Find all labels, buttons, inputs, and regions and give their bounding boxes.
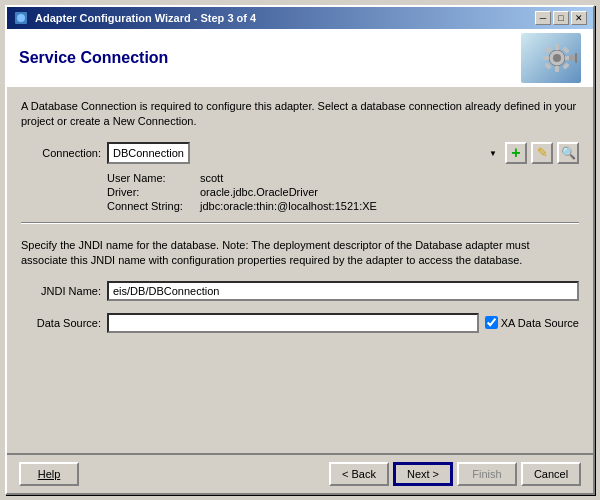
app-icon [13, 10, 29, 26]
driver-row: Driver: oracle.jdbc.OracleDriver [107, 186, 579, 198]
svg-rect-8 [544, 46, 551, 53]
title-bar-text: Adapter Configuration Wizard - Step 3 of… [13, 10, 256, 26]
connection-select[interactable]: DBConnection [107, 142, 190, 164]
connection-form-row: Connection: DBConnection + ✎ 🔍 [21, 142, 579, 164]
username-value: scott [200, 172, 223, 184]
page-title: Service Connection [19, 49, 168, 67]
plus-icon: + [511, 144, 520, 162]
connect-string-label: Connect String: [107, 200, 192, 212]
footer-buttons: < Back Next > Finish Cancel [329, 462, 581, 486]
finish-button[interactable]: Finish [457, 462, 517, 486]
datasource-input[interactable] [107, 313, 479, 333]
username-row: User Name: scott [107, 172, 579, 184]
divider [21, 222, 579, 224]
connect-string-value: jdbc:oracle:thin:@localhost:1521:XE [200, 200, 377, 212]
svg-rect-5 [555, 66, 559, 72]
pencil-icon: ✎ [537, 145, 548, 160]
header-icon-area [521, 33, 581, 83]
svg-point-1 [17, 14, 25, 22]
minimize-button[interactable]: ─ [535, 11, 551, 25]
wizard-window: Adapter Configuration Wizard - Step 3 of… [5, 5, 595, 495]
help-button[interactable]: Help [19, 462, 79, 486]
edit-connection-button[interactable]: ✎ [531, 142, 553, 164]
main-content: A Database Connection is required to con… [7, 89, 593, 453]
datasource-row: XA Data Source [107, 313, 579, 333]
maximize-button[interactable]: □ [553, 11, 569, 25]
datasource-label: Data Source: [21, 317, 101, 329]
gear-icon [537, 38, 577, 78]
add-connection-button[interactable]: + [505, 142, 527, 164]
header-panel: Service Connection [7, 29, 593, 89]
jndi-description: Specify the JNDI name for the database. … [21, 238, 579, 269]
footer: Help < Back Next > Finish Cancel [7, 453, 593, 493]
xa-datasource-checkbox[interactable] [485, 316, 498, 329]
close-button[interactable]: ✕ [571, 11, 587, 25]
svg-rect-13 [575, 53, 577, 63]
search-icon: 🔍 [561, 146, 576, 160]
window-title: Adapter Configuration Wizard - Step 3 of… [35, 12, 256, 24]
svg-rect-11 [562, 62, 569, 69]
connection-select-wrapper: DBConnection [107, 142, 501, 164]
datasource-form-row: Data Source: XA Data Source [21, 313, 579, 333]
driver-label: Driver: [107, 186, 192, 198]
username-label: User Name: [107, 172, 192, 184]
jndi-label: JNDI Name: [21, 285, 101, 297]
back-button[interactable]: < Back [329, 462, 389, 486]
svg-rect-10 [544, 62, 551, 69]
jndi-input[interactable] [107, 281, 579, 301]
description-text: A Database Connection is required to con… [21, 99, 579, 130]
connection-row: DBConnection + ✎ 🔍 [107, 142, 579, 164]
svg-point-3 [553, 54, 561, 62]
jndi-form-row: JNDI Name: [21, 281, 579, 301]
title-bar: Adapter Configuration Wizard - Step 3 of… [7, 7, 593, 29]
search-connection-button[interactable]: 🔍 [557, 142, 579, 164]
svg-rect-6 [543, 56, 549, 60]
xa-datasource-text: XA Data Source [501, 317, 579, 329]
next-button[interactable]: Next > [393, 462, 453, 486]
svg-rect-9 [562, 46, 569, 53]
driver-value: oracle.jdbc.OracleDriver [200, 186, 318, 198]
help-label: Help [38, 468, 61, 480]
connect-string-row: Connect String: jdbc:oracle:thin:@localh… [107, 200, 579, 212]
connection-label: Connection: [21, 147, 101, 159]
svg-rect-4 [555, 44, 559, 50]
cancel-button[interactable]: Cancel [521, 462, 581, 486]
connection-info: User Name: scott Driver: oracle.jdbc.Ora… [107, 172, 579, 212]
xa-datasource-label[interactable]: XA Data Source [485, 316, 579, 329]
title-bar-controls: ─ □ ✕ [535, 11, 587, 25]
content-area: Service Connection [7, 29, 593, 493]
